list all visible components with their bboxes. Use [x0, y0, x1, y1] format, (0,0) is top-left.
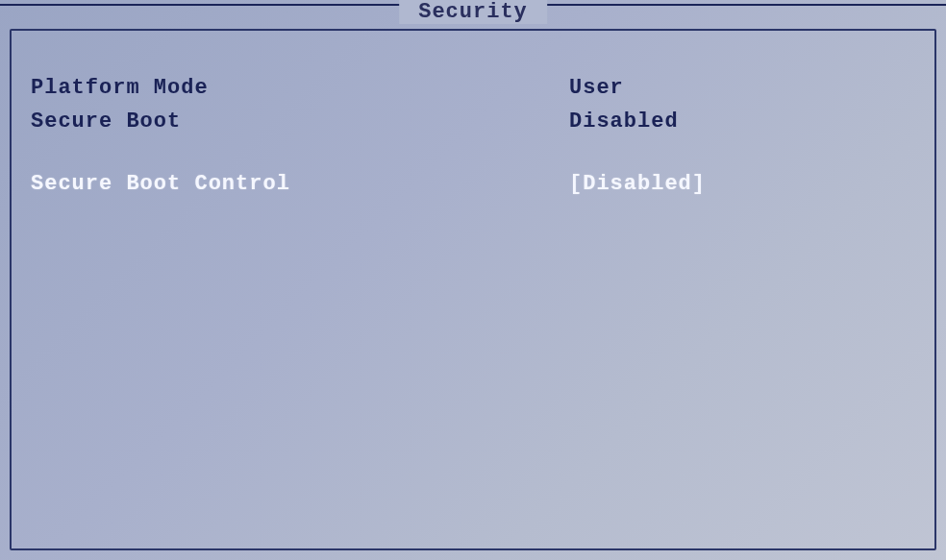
row-secure-boot-control[interactable]: Secure Boot Control Disabled	[31, 168, 915, 200]
platform-mode-label: Platform Mode	[31, 72, 569, 104]
platform-mode-value: User	[569, 72, 915, 104]
secure-boot-value: Disabled	[569, 106, 915, 137]
tab-security[interactable]: Security	[399, 0, 547, 24]
settings-content: Platform Mode User Secure Boot Disabled …	[31, 72, 915, 202]
secure-boot-control-value[interactable]: Disabled	[569, 168, 915, 200]
spacer	[31, 139, 915, 168]
secure-boot-control-label: Secure Boot Control	[31, 168, 569, 200]
row-platform-mode: Platform Mode User	[31, 72, 915, 104]
row-secure-boot: Secure Boot Disabled	[31, 106, 915, 137]
secure-boot-label: Secure Boot	[31, 106, 569, 137]
